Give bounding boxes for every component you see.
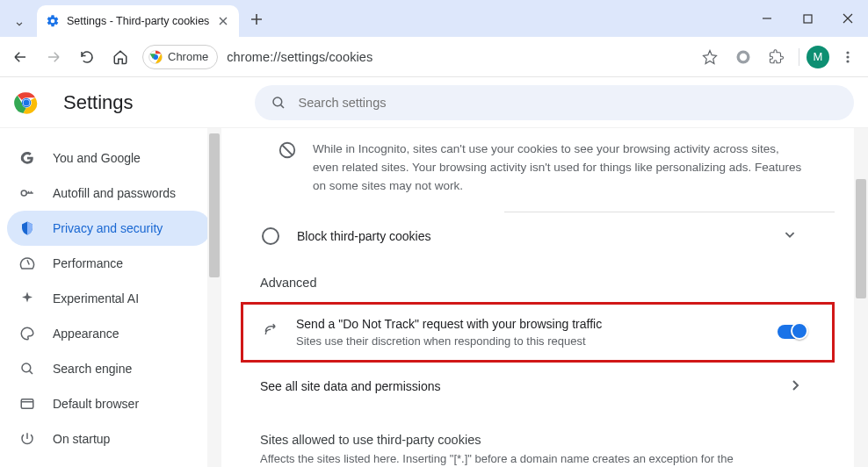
window-maximize-button[interactable] bbox=[787, 0, 828, 37]
sidebar-scrollbar[interactable] bbox=[207, 128, 221, 467]
settings-content: While in Incognito, sites can't use your… bbox=[221, 128, 854, 467]
bookmark-button[interactable] bbox=[695, 42, 725, 72]
dnt-subtitle: Sites use their discretion when respondi… bbox=[296, 334, 762, 348]
address-bar[interactable]: chrome://settings/cookies bbox=[227, 50, 684, 64]
maximize-icon bbox=[803, 14, 813, 24]
chevron-down-icon bbox=[780, 225, 799, 244]
expand-button[interactable] bbox=[780, 225, 799, 248]
palette-icon bbox=[19, 326, 35, 341]
option-label: Block third-party cookies bbox=[297, 229, 763, 243]
sidebar-item-autofill[interactable]: Autofill and passwords bbox=[7, 176, 211, 211]
menu-button[interactable] bbox=[833, 42, 863, 72]
scrollbar-thumb[interactable] bbox=[856, 179, 866, 298]
chrome-logo-icon bbox=[14, 90, 39, 115]
sidebar-item-you-and-google[interactable]: You and Google bbox=[7, 140, 211, 176]
svg-point-4 bbox=[740, 53, 747, 60]
svg-point-13 bbox=[21, 190, 26, 196]
sidebar-item-label: Search engine bbox=[53, 362, 132, 376]
section-heading-advanced: Advanced bbox=[241, 260, 835, 293]
arrow-left-icon bbox=[12, 49, 28, 65]
sidebar-item-label: Performance bbox=[53, 256, 123, 270]
chevron-right-icon bbox=[792, 380, 799, 391]
home-button[interactable] bbox=[105, 42, 135, 72]
radio-icon bbox=[262, 227, 279, 245]
content-scrollbar[interactable] bbox=[854, 128, 868, 467]
svg-rect-15 bbox=[21, 399, 33, 409]
sparkle-icon bbox=[19, 291, 35, 306]
dnt-title: Send a "Do Not Track" request with your … bbox=[296, 317, 762, 331]
shield-icon bbox=[19, 220, 35, 236]
redirect-arrow-icon bbox=[263, 321, 280, 339]
sidebar-item-label: On startup bbox=[53, 432, 110, 446]
settings-sidebar: You and Google Autofill and passwords Pr… bbox=[0, 128, 221, 467]
globe-shield-icon bbox=[734, 48, 752, 66]
sidebar-item-experimental-ai[interactable]: Experimental AI bbox=[7, 281, 211, 316]
highlighted-setting-box: Send a "Do Not Track" request with your … bbox=[241, 302, 835, 363]
window-close-button[interactable] bbox=[828, 0, 868, 37]
profile-avatar[interactable]: M bbox=[807, 46, 829, 68]
window-minimize-button[interactable] bbox=[747, 0, 787, 37]
sidebar-item-privacy[interactable]: Privacy and security bbox=[7, 211, 211, 246]
page-title: Settings bbox=[63, 91, 134, 114]
star-icon bbox=[702, 49, 718, 65]
forward-button[interactable] bbox=[39, 42, 69, 72]
incognito-info: While in Incognito, sites can't use your… bbox=[241, 137, 835, 212]
sidebar-item-label: You and Google bbox=[53, 151, 141, 165]
close-icon bbox=[843, 13, 853, 24]
svg-point-7 bbox=[846, 60, 849, 62]
home-icon bbox=[112, 49, 128, 65]
sidebar-item-default-browser[interactable]: Default browser bbox=[7, 386, 211, 421]
sidebar-item-appearance[interactable]: Appearance bbox=[7, 316, 211, 351]
tab-title: Settings - Third-party cookies bbox=[67, 15, 209, 27]
minimize-icon bbox=[762, 13, 772, 24]
google-g-icon bbox=[19, 150, 35, 166]
kebab-icon bbox=[841, 50, 855, 64]
sidebar-item-performance[interactable]: Performance bbox=[7, 246, 211, 281]
sidebar-item-on-startup[interactable]: On startup bbox=[7, 421, 211, 456]
gear-icon bbox=[46, 14, 60, 28]
arrow-right-icon bbox=[46, 49, 61, 65]
key-icon bbox=[19, 185, 35, 201]
scrollbar-thumb[interactable] bbox=[209, 133, 220, 277]
new-tab-button[interactable] bbox=[244, 7, 269, 32]
setting-do-not-track[interactable]: Send a "Do Not Track" request with your … bbox=[243, 305, 832, 360]
sidebar-item-label: Privacy and security bbox=[53, 221, 163, 235]
tab-search-button[interactable] bbox=[7, 11, 32, 36]
cookies-indicator-button[interactable] bbox=[728, 42, 758, 72]
svg-point-14 bbox=[22, 363, 31, 372]
link-see-all-site-data[interactable]: See all site data and permissions bbox=[241, 363, 835, 410]
svg-point-5 bbox=[846, 51, 849, 54]
incognito-info-text: While in Incognito, sites can't use your… bbox=[313, 140, 807, 196]
sidebar-item-label: Experimental AI bbox=[53, 291, 139, 305]
site-chip-label: Chrome bbox=[168, 50, 208, 63]
sites-allowed-description: Affects the sites listed here. Inserting… bbox=[241, 450, 835, 467]
settings-search[interactable] bbox=[255, 85, 855, 120]
section-heading-sites-allowed: Sites allowed to use third-party cookies bbox=[241, 410, 835, 450]
reload-button[interactable] bbox=[72, 42, 102, 72]
extensions-button[interactable] bbox=[762, 42, 792, 72]
tab-close-button[interactable] bbox=[216, 14, 230, 28]
settings-header: Settings bbox=[0, 77, 868, 128]
browser-toolbar: Chrome chrome://settings/cookies M bbox=[0, 37, 868, 77]
search-icon bbox=[19, 361, 35, 377]
settings-search-input[interactable] bbox=[299, 96, 839, 110]
svg-point-12 bbox=[273, 97, 282, 106]
prohibit-icon bbox=[278, 140, 297, 160]
link-label: See all site data and permissions bbox=[260, 379, 792, 393]
browser-tab[interactable]: Settings - Third-party cookies bbox=[37, 5, 239, 37]
window-titlebar: Settings - Third-party cookies bbox=[0, 0, 868, 37]
back-button[interactable] bbox=[5, 42, 35, 72]
puzzle-icon bbox=[769, 49, 785, 65]
separator bbox=[799, 48, 799, 66]
sidebar-item-search-engine[interactable]: Search engine bbox=[7, 351, 211, 386]
dnt-toggle[interactable] bbox=[778, 325, 807, 339]
browser-icon bbox=[19, 396, 35, 412]
sidebar-item-label: Autofill and passwords bbox=[53, 186, 176, 200]
window-controls bbox=[747, 0, 868, 37]
site-chip[interactable]: Chrome bbox=[142, 45, 218, 69]
search-icon bbox=[271, 95, 286, 111]
svg-point-11 bbox=[24, 99, 30, 105]
reload-icon bbox=[79, 49, 95, 65]
option-block-third-party-cookies[interactable]: Block third-party cookies bbox=[241, 212, 835, 260]
sidebar-item-label: Appearance bbox=[53, 327, 119, 341]
